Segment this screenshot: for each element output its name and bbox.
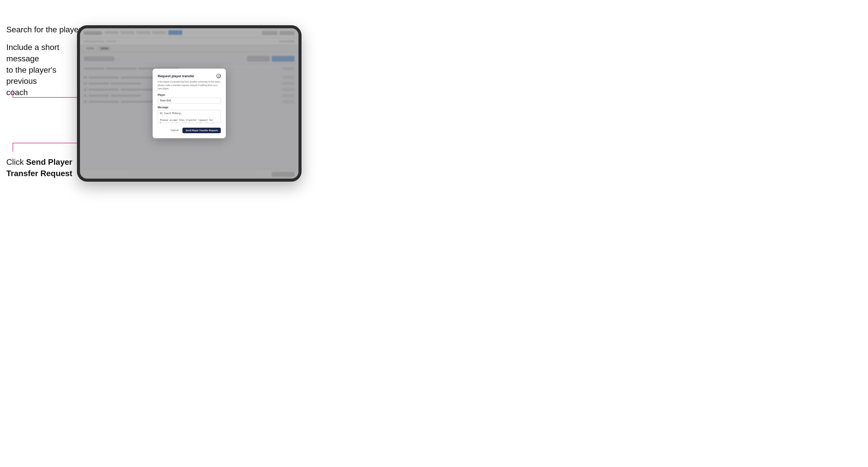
message-textarea[interactable]: Hi Coach McHarg, Please accept this tran…	[158, 110, 221, 123]
player-field-label: Player	[158, 94, 221, 96]
cancel-button[interactable]: Cancel	[168, 128, 180, 133]
modal-title: Request player transfer	[158, 74, 194, 78]
tablet-device: Request player transfer × If the player …	[77, 25, 302, 182]
tablet-screen: Request player transfer × If the player …	[80, 28, 299, 179]
modal-footer: Cancel Send Player Transfer Request	[158, 128, 221, 133]
player-search-input[interactable]	[158, 98, 221, 103]
annotation-click-text: Click Send Player Transfer Request	[6, 156, 74, 179]
send-transfer-request-button[interactable]: Send Player Transfer Request	[182, 128, 221, 133]
request-transfer-modal: Request player transfer × If the player …	[153, 69, 226, 138]
modal-description: If the player is transferring from anoth…	[158, 80, 221, 91]
modal-close-button[interactable]: ×	[216, 74, 221, 78]
modal-overlay: Request player transfer × If the player …	[80, 28, 299, 179]
message-field-label: Message	[158, 106, 221, 109]
modal-header: Request player transfer ×	[158, 74, 221, 78]
annotation-search-text: Search for the player.	[6, 24, 83, 35]
annotation-message-text: Include a short messageto the player's p…	[6, 42, 74, 98]
